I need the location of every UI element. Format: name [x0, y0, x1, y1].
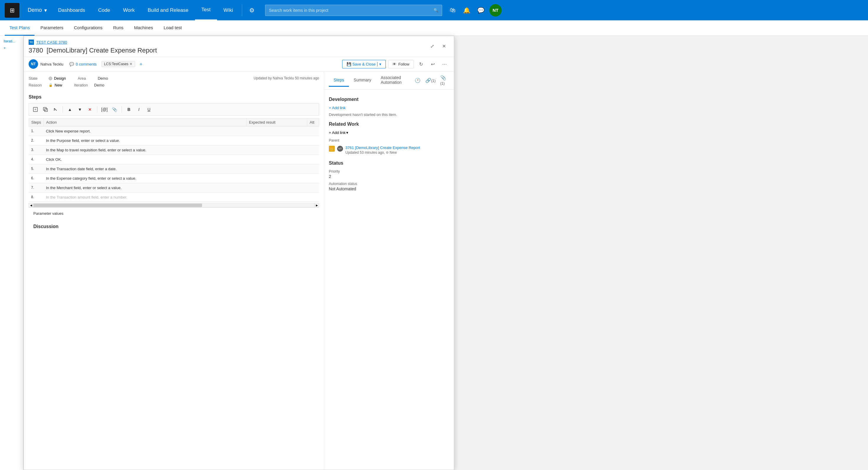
step-expected-4[interactable]: [247, 155, 307, 164]
avatar[interactable]: NT: [489, 4, 502, 17]
scroll-left-button[interactable]: ◀: [29, 203, 33, 207]
step-att-5: [307, 164, 319, 174]
step-expected-5[interactable]: [247, 164, 307, 174]
chat-icon[interactable]: 💬: [475, 4, 487, 16]
add-shared-step-button[interactable]: [41, 105, 50, 114]
state-field: State Design: [29, 76, 66, 81]
sidebar-iteration[interactable]: Iterati...: [2, 38, 21, 45]
parent-title-link[interactable]: 3761 [DemoLibrary] Create Expense Report: [345, 145, 449, 150]
app-logo[interactable]: ⊞: [5, 3, 20, 18]
history-icon[interactable]: 🕐: [412, 74, 423, 87]
attachments-icon[interactable]: 📎(1): [438, 71, 449, 89]
project-selector[interactable]: Demo ▾: [23, 7, 52, 13]
step-action-5[interactable]: In the Transaction date field, enter a d…: [44, 164, 247, 174]
project-chevron-icon: ▾: [44, 7, 47, 13]
state-value[interactable]: Design: [49, 76, 66, 81]
area-value[interactable]: Demo: [98, 76, 108, 81]
move-up-button[interactable]: ▲: [66, 105, 74, 114]
author-name: Nahva Tecklu: [40, 62, 63, 66]
step-num-7: 7.: [29, 183, 44, 193]
step-action-4[interactable]: Click OK.: [44, 155, 247, 164]
step-action-6[interactable]: In the Expense category field, enter or …: [44, 174, 247, 183]
step-expected-1[interactable]: [247, 126, 307, 136]
close-button[interactable]: ✕: [439, 41, 449, 51]
related-work-title: Related Work: [329, 122, 449, 127]
subnav-runs[interactable]: Runs: [108, 20, 128, 36]
nav-item-work[interactable]: Work: [117, 0, 141, 20]
insert-step-button[interactable]: [51, 105, 60, 114]
add-step-button[interactable]: +: [31, 105, 39, 114]
step-expected-7[interactable]: [247, 183, 307, 193]
comments-button[interactable]: 💬 0 comments: [69, 62, 97, 66]
breadcrumb: TC TEST CASE 3780: [29, 39, 449, 45]
add-tag-button[interactable]: ＋: [138, 61, 143, 67]
settings-icon[interactable]: ⚙: [245, 7, 259, 14]
step-expected-2[interactable]: [247, 136, 307, 145]
step-action-8[interactable]: In the Transaction amount field, enter a…: [44, 193, 247, 202]
subnav-parameters[interactable]: Parameters: [36, 20, 68, 36]
breadcrumb-link[interactable]: TEST CASE 3780: [36, 40, 67, 45]
nav-item-code[interactable]: Code: [92, 0, 117, 20]
insert-param-button[interactable]: [@]: [100, 105, 108, 114]
step-num-2: 2.: [29, 136, 44, 145]
nav-item-build-release[interactable]: Build and Release: [141, 0, 195, 20]
sidebar-add-button[interactable]: +: [2, 45, 21, 51]
add-link-label: + Add link: [329, 106, 346, 110]
step-expected-8[interactable]: [247, 193, 307, 202]
parent-crown-icon: 👑: [329, 146, 335, 152]
search-input[interactable]: [269, 8, 431, 13]
discussion-section: Discussion: [29, 219, 319, 234]
tag-close-icon[interactable]: ✕: [129, 62, 132, 66]
save-close-button[interactable]: 💾 Save & Close ▾: [342, 60, 386, 68]
subnav-test-plans[interactable]: Test Plans: [5, 20, 34, 36]
follow-button[interactable]: 👁 Follow: [388, 60, 414, 68]
scroll-right-button[interactable]: ▶: [314, 203, 319, 207]
tab-summary[interactable]: Summary: [349, 74, 376, 87]
save-dropdown-icon[interactable]: ▾: [377, 62, 381, 66]
subnav-machines[interactable]: Machines: [129, 20, 158, 36]
parent-label: Parent: [329, 138, 449, 143]
move-down-button[interactable]: ▼: [76, 105, 84, 114]
delete-step-button[interactable]: ✕: [86, 105, 94, 114]
nav-item-wiki[interactable]: Wiki: [217, 0, 240, 20]
step-att-4: [307, 155, 319, 164]
notifications-icon[interactable]: 🔔: [461, 4, 473, 16]
tab-steps[interactable]: Steps: [329, 74, 349, 87]
undo-button[interactable]: ↩: [428, 59, 437, 69]
svg-rect-3: [44, 109, 48, 112]
col-att: Att: [307, 118, 319, 126]
step-expected-3[interactable]: [247, 145, 307, 155]
more-options-button[interactable]: ⋯: [440, 59, 449, 69]
iteration-value[interactable]: Demo: [94, 83, 104, 87]
discussion-title: Discussion: [33, 224, 314, 229]
refresh-button[interactable]: ↻: [416, 59, 426, 69]
nav-divider: [242, 4, 242, 16]
subnav-configurations[interactable]: Configurations: [69, 20, 107, 36]
reason-value[interactable]: 🔒 New: [49, 83, 62, 87]
attach-button[interactable]: 📎: [110, 105, 119, 114]
step-action-3[interactable]: In the Map to travel requisition field, …: [44, 145, 247, 155]
add-link-related-button[interactable]: + Add link ▾: [329, 130, 449, 135]
bold-button[interactable]: B: [125, 105, 133, 114]
add-link-button[interactable]: + Add link: [329, 106, 449, 110]
dialog-toolbar: NT Nahva Tecklu 💬 0 comments LCS:TestCas…: [24, 57, 454, 71]
italic-button[interactable]: I: [135, 105, 143, 114]
priority-value[interactable]: 2: [329, 174, 449, 179]
reason-label: Reason: [29, 83, 46, 87]
step-action-2[interactable]: In the Purpose field, enter or select a …: [44, 136, 247, 145]
expand-button[interactable]: ⤢: [427, 41, 437, 51]
step-action-1[interactable]: Click New expense report.: [44, 126, 247, 136]
nav-item-test[interactable]: Test: [195, 0, 217, 20]
underline-button[interactable]: U: [145, 105, 153, 114]
automation-status-value[interactable]: Not Automated: [329, 186, 449, 191]
step-num-4: 4.: [29, 155, 44, 164]
nav-item-dashboards[interactable]: Dashboards: [52, 0, 92, 20]
links-icon[interactable]: 🔗(1): [423, 74, 438, 87]
subnav-load-test[interactable]: Load test: [159, 20, 187, 36]
no-dev-text: Development hasn't started on this item.: [329, 112, 449, 117]
step-action-7[interactable]: In the Merchant field, enter or select a…: [44, 183, 247, 193]
shopping-icon[interactable]: 🛍: [447, 4, 459, 16]
step-expected-6[interactable]: [247, 174, 307, 183]
meta-row-1: State Design Area Demo: [29, 76, 108, 81]
tab-associated-automation[interactable]: Associated Automation: [376, 72, 412, 89]
